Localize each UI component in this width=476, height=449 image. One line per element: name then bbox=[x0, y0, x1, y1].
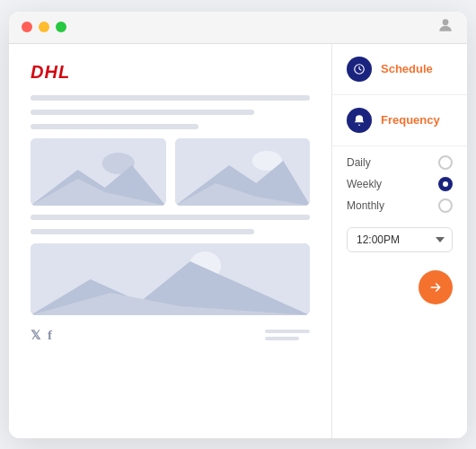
frequency-section: Frequency bbox=[332, 95, 467, 146]
time-select[interactable]: 12:00PM 6:00AM 9:00AM 1:00PM 3:00PM 6:00… bbox=[347, 227, 453, 252]
email-preview: DHL bbox=[9, 44, 332, 438]
text-line bbox=[31, 124, 198, 129]
dhl-logo: DHL bbox=[31, 62, 310, 83]
facebook-icon: f bbox=[48, 328, 52, 343]
weekly-label: Weekly bbox=[347, 178, 382, 190]
text-line bbox=[31, 215, 310, 220]
footer-line bbox=[265, 337, 299, 340]
schedule-section: Schedule bbox=[332, 44, 467, 95]
weekly-radio[interactable] bbox=[438, 177, 453, 191]
user-avatar-icon[interactable] bbox=[436, 16, 454, 39]
time-select-row: 12:00PM 6:00AM 9:00AM 1:00PM 3:00PM 6:00… bbox=[332, 222, 467, 263]
browser-toolbar bbox=[9, 12, 467, 44]
schedule-label: Schedule bbox=[381, 62, 433, 75]
option-daily[interactable]: Daily bbox=[347, 155, 453, 170]
traffic-light-red[interactable] bbox=[22, 22, 32, 32]
footer-line bbox=[265, 330, 310, 333]
daily-label: Daily bbox=[347, 156, 371, 169]
email-image-wide bbox=[31, 243, 310, 315]
text-line bbox=[31, 110, 254, 115]
schedule-panel: Schedule Frequency Daily Weekly bbox=[332, 44, 467, 438]
frequency-label: Frequency bbox=[381, 113, 440, 127]
monthly-radio[interactable] bbox=[438, 198, 453, 213]
email-image-row bbox=[31, 138, 310, 206]
twitter-icon: 𝕏 bbox=[31, 328, 40, 342]
text-line bbox=[31, 95, 310, 101]
daily-radio[interactable] bbox=[438, 155, 453, 170]
frequency-options: Daily Weekly Monthly bbox=[332, 146, 467, 222]
email-image-left bbox=[31, 138, 166, 206]
email-footer: 𝕏 f bbox=[31, 328, 310, 343]
browser-content: DHL bbox=[9, 44, 467, 438]
text-line bbox=[31, 229, 254, 234]
email-image-right bbox=[175, 138, 311, 206]
clock-icon bbox=[347, 57, 372, 82]
footer-lines bbox=[265, 330, 310, 340]
option-monthly[interactable]: Monthly bbox=[347, 198, 453, 213]
next-button[interactable] bbox=[419, 270, 453, 304]
option-weekly[interactable]: Weekly bbox=[347, 177, 453, 191]
arrow-btn-row bbox=[332, 263, 467, 315]
bell-icon bbox=[347, 108, 372, 133]
traffic-light-green[interactable] bbox=[56, 22, 66, 32]
traffic-light-yellow[interactable] bbox=[39, 22, 49, 32]
svg-point-0 bbox=[443, 19, 449, 25]
monthly-label: Monthly bbox=[347, 199, 384, 212]
browser-window: DHL bbox=[9, 12, 467, 438]
svg-line-15 bbox=[359, 69, 361, 70]
